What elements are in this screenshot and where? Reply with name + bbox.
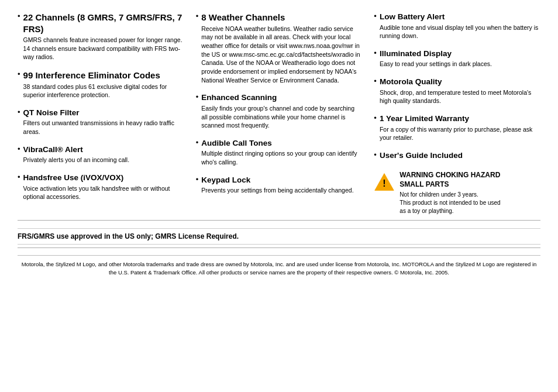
- feature-interference-title: 99 Interference Eliminator Codes: [23, 70, 184, 81]
- feature-quality-title: Motorola Quality: [380, 77, 540, 87]
- feature-scanning-content: Enhanced Scanning Easily finds your grou…: [201, 92, 362, 130]
- feature-weather-content: 8 Weather Channels Receive NOAA weather …: [201, 12, 362, 84]
- feature-guide-title: User's Guide Included: [380, 150, 540, 161]
- bullet-icon: •: [18, 70, 20, 78]
- feature-qt: • QT Noise Filter Filters out unwanted t…: [18, 108, 184, 136]
- bullet-icon: •: [18, 108, 20, 116]
- feature-qt-content: QT Noise Filter Filters out unwanted tra…: [23, 108, 184, 136]
- feature-guide-content: User's Guide Included: [380, 150, 540, 162]
- feature-call-tones: • Audible Call Tones Multiple distinct r…: [196, 138, 363, 167]
- feature-handsfree: • Handsfree Use (iVOX/VOX) Voice activat…: [18, 173, 184, 201]
- feature-warranty-content: 1 Year Limited Warranty For a copy of th…: [380, 114, 540, 142]
- feature-quality-content: Motorola Quality Shock, drop, and temper…: [380, 77, 540, 105]
- feature-handsfree-desc: Voice activation lets you talk handsfree…: [23, 184, 184, 201]
- feature-call-tones-content: Audible Call Tones Multiple distinct rin…: [201, 138, 362, 167]
- bullet-icon: •: [374, 77, 377, 85]
- bullet-icon: •: [374, 49, 377, 57]
- feature-qt-desc: Filters out unwanted transmissions in he…: [23, 119, 184, 136]
- bullet-icon: •: [374, 12, 377, 20]
- feature-weather-desc: Receive NOAA weather bulletins. Weather …: [201, 25, 362, 85]
- feature-display-desc: Easy to read your settings in dark place…: [380, 60, 540, 68]
- warning-desc: Not for children under 3 years.This prod…: [399, 191, 540, 215]
- warning-title: WARNING CHOKING HAZARDSMALL PARTS: [399, 170, 540, 190]
- feature-call-tones-desc: Multiple distinct ringing options so you…: [201, 149, 362, 166]
- warning-icon: !: [374, 171, 395, 194]
- feature-vibra-title: VibraCall® Alert: [23, 145, 184, 155]
- feature-channels-desc: GMRS channels feature increased power fo…: [23, 36, 184, 61]
- warning-text: WARNING CHOKING HAZARDSMALL PARTS Not fo…: [399, 170, 540, 216]
- bullet-icon: •: [374, 114, 377, 122]
- column-2: • 8 Weather Channels Receive NOAA weathe…: [190, 12, 368, 215]
- feature-battery-desc: Audible tone and visual display tell you…: [380, 23, 540, 40]
- bullet-icon: •: [196, 12, 199, 20]
- column-1: • 22 Channels (8 GMRS, 7 GMRS/FRS, 7 FRS…: [18, 12, 190, 215]
- bullet-icon: •: [196, 138, 199, 147]
- feature-weather: • 8 Weather Channels Receive NOAA weathe…: [196, 12, 363, 84]
- feature-channels-title: 22 Channels (8 GMRS, 7 GMRS/FRS, 7 FRS): [23, 12, 184, 35]
- bullet-icon: •: [18, 145, 20, 153]
- bullet-icon: •: [374, 150, 377, 159]
- feature-display-title: Illuminated Display: [380, 49, 540, 59]
- feature-guide: • User's Guide Included: [374, 150, 540, 162]
- main-content: • 22 Channels (8 GMRS, 7 GMRS/FRS, 7 FRS…: [18, 12, 540, 215]
- feature-call-tones-title: Audible Call Tones: [201, 138, 362, 149]
- feature-handsfree-content: Handsfree Use (iVOX/VOX) Voice activatio…: [23, 173, 184, 201]
- feature-scanning: • Enhanced Scanning Easily finds your gr…: [196, 92, 363, 130]
- feature-keypad-content: Keypad Lock Prevents your settings from …: [201, 175, 362, 195]
- feature-vibra: • VibraCall® Alert Privately alerts you …: [18, 145, 184, 164]
- bullet-icon: •: [196, 175, 199, 184]
- bullet-icon: •: [196, 92, 199, 101]
- column-3: • Low Battery Alert Audible tone and vis…: [368, 12, 540, 215]
- feature-keypad-title: Keypad Lock: [201, 175, 362, 185]
- feature-channels-content: 22 Channels (8 GMRS, 7 GMRS/FRS, 7 FRS) …: [23, 12, 184, 61]
- feature-warranty: • 1 Year Limited Warranty For a copy of …: [374, 114, 540, 142]
- warning-section: ! WARNING CHOKING HAZARDSMALL PARTS Not …: [374, 170, 540, 216]
- bullet-icon: •: [18, 173, 20, 181]
- feature-quality-desc: Shock, drop, and temperature tested to m…: [380, 88, 540, 105]
- feature-channels: • 22 Channels (8 GMRS, 7 GMRS/FRS, 7 FRS…: [18, 12, 184, 61]
- footer-section: Motorola, the Stylized M Logo, and other…: [18, 255, 540, 277]
- feature-warranty-title: 1 Year Limited Warranty: [380, 114, 540, 124]
- feature-battery: • Low Battery Alert Audible tone and vis…: [374, 12, 540, 40]
- feature-quality: • Motorola Quality Shock, drop, and temp…: [374, 77, 540, 105]
- feature-battery-title: Low Battery Alert: [380, 12, 540, 22]
- feature-interference-desc: 38 standard codes plus 61 exclusive digi…: [23, 82, 184, 99]
- footer-text: Motorola, the Stylized M Logo, and other…: [18, 260, 540, 277]
- feature-display: • Illuminated Display Easy to read your …: [374, 49, 540, 68]
- feature-interference: • 99 Interference Eliminator Codes 38 st…: [18, 70, 184, 99]
- feature-scanning-desc: Easily finds your group's channel and co…: [201, 104, 362, 130]
- feature-qt-title: QT Noise Filter: [23, 108, 184, 118]
- feature-display-content: Illuminated Display Easy to read your se…: [380, 49, 540, 68]
- feature-keypad-desc: Prevents your settings from being accide…: [201, 186, 362, 195]
- frs-notice: FRS/GMRS use approved in the US only; GM…: [18, 228, 540, 245]
- bullet-icon: •: [18, 12, 20, 20]
- feature-interference-content: 99 Interference Eliminator Codes 38 stan…: [23, 70, 184, 99]
- feature-keypad: • Keypad Lock Prevents your settings fro…: [196, 175, 363, 195]
- feature-warranty-desc: For a copy of this warranty prior to pur…: [380, 125, 540, 142]
- svg-text:!: !: [383, 178, 386, 188]
- feature-scanning-title: Enhanced Scanning: [201, 92, 362, 103]
- feature-vibra-desc: Privately alerts you of an incoming call…: [23, 156, 184, 164]
- feature-weather-title: 8 Weather Channels: [201, 12, 362, 23]
- feature-vibra-content: VibraCall® Alert Privately alerts you of…: [23, 145, 184, 164]
- feature-battery-content: Low Battery Alert Audible tone and visua…: [380, 12, 540, 40]
- feature-handsfree-title: Handsfree Use (iVOX/VOX): [23, 173, 184, 183]
